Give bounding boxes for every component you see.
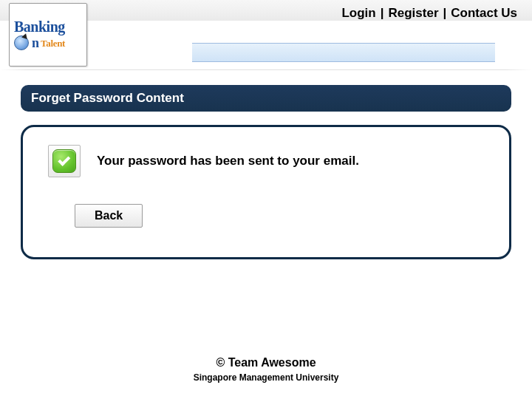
globe-icon: [14, 35, 30, 52]
success-message: Your password has been sent to your emai…: [97, 154, 359, 168]
separator: |: [443, 6, 447, 21]
page-footer: © Team Awesome Singapore Management Univ…: [0, 356, 532, 383]
nav-strip: [192, 43, 495, 62]
back-button[interactable]: Back: [75, 204, 143, 228]
contact-link[interactable]: Contact Us: [451, 6, 517, 21]
login-link[interactable]: Login: [341, 6, 375, 21]
page-title: Forget Password Content: [21, 85, 511, 112]
separator: |: [381, 6, 384, 21]
footer-copyright: © Team Awesome: [0, 356, 532, 369]
logo-text-line2: n Talent: [14, 35, 82, 52]
success-check-icon: [48, 145, 81, 177]
content-panel: Your password has been sent to your emai…: [21, 125, 511, 259]
success-row: Your password has been sent to your emai…: [48, 145, 491, 177]
header-divider: [0, 69, 532, 70]
register-link[interactable]: Register: [388, 6, 438, 21]
footer-org: Singapore Management University: [0, 372, 532, 383]
site-logo[interactable]: Banking n Talent: [9, 3, 87, 66]
